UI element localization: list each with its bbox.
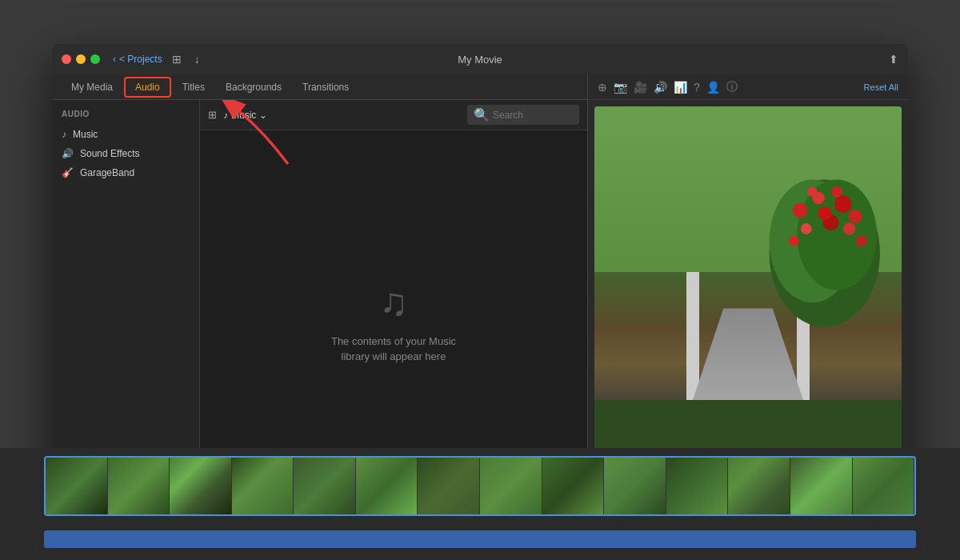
film-frame [604,458,666,514]
traffic-lights [62,54,100,64]
source-selector[interactable]: ♪ Music ⌄ [223,110,267,121]
tab-my-media[interactable]: My Media [62,78,122,96]
film-frame [46,458,108,514]
crop-icon[interactable]: ⊕ [598,81,607,94]
content-toolbar: ⊞ ♪ Music ⌄ 🔍 [200,100,587,130]
content-toolbar-left: ⊞ ♪ Music ⌄ [208,109,267,121]
maximize-button[interactable] [90,54,100,64]
film-frame [666,458,729,514]
audio-track [44,530,916,548]
film-frame [542,458,605,514]
svg-point-3 [793,203,807,218]
flower-bush [763,143,886,363]
chart-icon[interactable]: 📊 [674,81,687,94]
music-icon-sm: ♪ [223,110,228,121]
svg-point-14 [831,186,842,198]
preview-toolbar: ⊕ 📷 🎥 🔊 📊 ? 👤 ⓘ Reset All [588,74,908,100]
tab-titles[interactable]: Titles [173,78,214,96]
empty-state-line1: The contents of your Music [331,335,456,347]
film-strip [44,456,916,516]
projects-button[interactable]: ‹ < Projects [113,54,162,65]
projects-chevron-icon: ‹ [113,54,116,65]
tab-backgrounds[interactable]: Backgrounds [216,78,291,96]
svg-point-7 [801,223,812,234]
share-icon[interactable]: ⬆ [889,53,898,66]
sidebar-item-sound-effects-label: Sound Effects [80,148,140,159]
stabilize-icon[interactable]: 📷 [614,81,627,94]
grid-view-icon[interactable]: ⊞ [208,109,217,121]
person-icon[interactable]: 👤 [706,81,720,94]
speaker-icon: 🔊 [62,148,74,159]
search-box[interactable]: 🔍 [467,105,579,125]
audio-icon[interactable]: 🔊 [654,81,667,94]
film-frame [294,458,356,514]
window-title: My Movie [458,54,502,66]
timeline-strip [0,448,960,560]
camera-icon[interactable]: 🎥 [634,81,647,94]
search-icon: 🔍 [474,107,490,122]
film-frame [170,458,232,514]
film-frame [790,458,853,514]
music-note-icon: ♫ [379,280,408,324]
film-frame [356,458,418,514]
sidebar-item-garageband-label: GarageBand [80,167,134,178]
film-frame [728,458,790,514]
import-icon[interactable]: ⊞ [169,50,185,69]
sidebar-header: AUDIO [52,110,199,125]
svg-point-9 [843,222,855,234]
chevron-down-icon: ⌄ [259,110,267,121]
svg-point-11 [856,235,867,246]
title-bar-left: ‹ < Projects ⊞ ↓ [113,50,203,69]
preview-tools-left: ⊕ 📷 🎥 🔊 📊 ? 👤 ⓘ [598,80,738,94]
sidebar-item-sound-effects[interactable]: 🔊 Sound Effects [52,144,199,163]
empty-state-line2: library will appear here [342,350,446,362]
svg-point-6 [849,210,862,223]
projects-label: < Projects [119,54,162,65]
svg-point-12 [818,206,832,220]
svg-point-5 [834,195,852,213]
source-label: Music [231,110,256,121]
film-frame [108,458,170,514]
garageband-icon: 🎸 [62,167,74,178]
svg-point-10 [789,236,798,246]
film-frame [853,458,915,514]
minimize-button[interactable] [76,54,86,64]
empty-state-message: The contents of your Music library will … [331,334,456,365]
sidebar-item-music-label: Music [73,129,98,140]
title-bar: ‹ < Projects ⊞ ↓ My Movie ⬆ [52,44,908,74]
question-icon[interactable]: ? [694,81,700,94]
svg-point-13 [808,187,818,197]
film-frame [418,458,480,514]
film-frame [232,458,294,514]
close-button[interactable] [62,54,71,64]
info-icon[interactable]: ⓘ [726,80,738,94]
garden-scene [594,106,902,474]
tab-audio[interactable]: Audio [124,77,171,98]
tab-bar: My Media Audio Titles Backgrounds Transi… [52,74,587,100]
sidebar-item-music[interactable]: ♪ Music [52,125,199,144]
search-input[interactable] [493,110,573,121]
title-bar-right: ⬆ [889,53,898,66]
film-frame [480,458,542,514]
video-preview [594,106,902,474]
download-icon[interactable]: ↓ [191,50,203,69]
sidebar-item-garageband[interactable]: 🎸 GarageBand [52,163,199,182]
tab-transitions[interactable]: Transitions [293,78,358,96]
music-icon: ♪ [62,129,66,140]
reset-all-button[interactable]: Reset All [864,82,898,92]
